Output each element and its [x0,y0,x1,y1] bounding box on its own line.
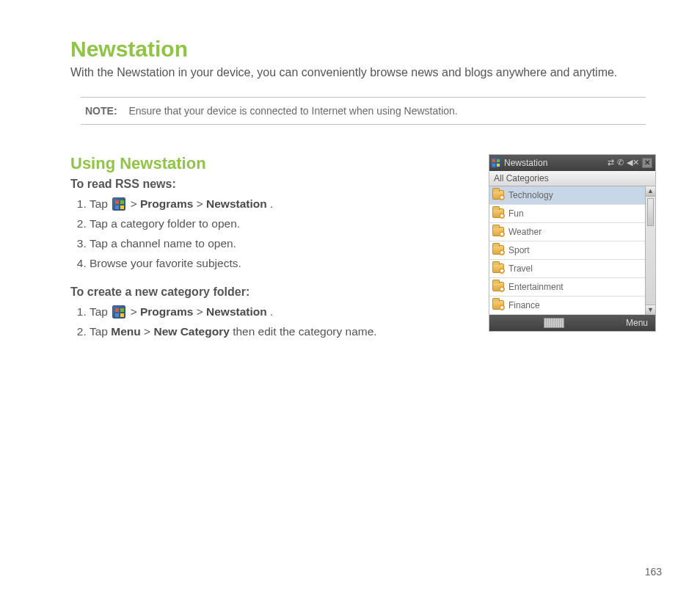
list-item[interactable]: Technology [489,186,645,205]
device-screenshot: Newstation ⇄ ✆ ◀✕ ✕ All Categories Techn… [489,154,656,332]
note-text: Ensure that your device is connected to … [128,105,457,117]
list-item-label: Finance [508,300,540,310]
start-icon [112,305,125,319]
list-item[interactable]: Entertainment [489,278,645,296]
connectivity-icon: ⇄ [608,158,614,167]
list-item[interactable]: Weather [489,223,645,241]
list-item-label: Travel [508,263,533,274]
keyboard-icon[interactable] [544,318,564,328]
folder-icon [492,300,504,310]
category-list: Technology Fun Weather Sport [489,186,645,315]
list-item-label: Weather [508,227,542,237]
step-text: > [197,197,206,210]
list-item[interactable]: Finance [489,296,645,315]
step-text: Tap [90,305,111,318]
steps-read: Tap > Programs > Newstation . Tap a cate… [70,195,471,272]
step-text: > [197,305,206,318]
start-icon[interactable] [491,158,501,168]
step: Tap a channel name to open. [90,235,471,252]
folder-icon [492,190,504,200]
scroll-thumb[interactable] [647,198,654,226]
scroll-up-icon[interactable]: ▲ [646,186,655,197]
scrollbar[interactable]: ▲ ▼ [645,186,655,315]
note-label: NOTE: [85,105,117,117]
window-title: Newstation [504,158,547,168]
home-icon: ✆ [617,158,624,167]
step-text: . [270,197,273,210]
task-create-title: To create a new category folder: [70,285,471,299]
step-text: > [144,325,153,338]
close-icon[interactable]: ✕ [642,158,652,168]
step: Tap > Programs > Newstation . [90,303,471,320]
page-number: 163 [645,566,662,578]
intro-paragraph: With the Newstation in your device, you … [70,65,656,81]
scroll-down-icon[interactable]: ▼ [646,305,655,315]
step-text: Tap [90,197,111,210]
step: Tap Menu > New Category then edit the ca… [90,323,471,340]
soft-key-bar: Menu [489,315,655,331]
folder-icon [492,282,504,291]
folder-icon [492,263,504,273]
step-text: then edit the category name. [233,325,376,338]
steps-create: Tap > Programs > Newstation . Tap Menu >… [70,303,471,341]
step: Browse your favorite subjects. [90,255,471,272]
list-item[interactable]: Fun [489,205,645,223]
status-icons: ⇄ ✆ ◀✕ ✕ [608,158,652,168]
page-title: Newstation [70,37,656,62]
list-item[interactable]: Travel [489,260,645,278]
folder-icon [492,208,504,218]
keyword: Newstation [206,305,267,318]
scroll-track[interactable] [646,197,655,305]
keyword: Programs [140,305,193,318]
list-item-label: Fun [508,208,524,219]
task-read-title: To read RSS news: [70,178,471,191]
keyword: Menu [111,325,140,338]
step-text: . [270,305,273,318]
keyword: New Category [153,325,229,338]
step-text: Tap [90,325,111,338]
folder-icon [492,227,504,236]
step: Tap > Programs > Newstation . [90,195,471,212]
list-item-label: Sport [508,245,530,255]
folder-icon [492,245,504,255]
step: Tap a category folder to open. [90,215,471,232]
category-header[interactable]: All Categories [489,171,655,186]
list-item-label: Entertainment [508,282,564,292]
note-box: NOTE: Ensure that your device is connect… [81,97,646,125]
list-item[interactable]: Sport [489,241,645,260]
step-text: > [131,197,140,210]
start-icon [112,197,125,211]
window-titlebar: Newstation ⇄ ✆ ◀✕ ✕ [489,155,655,171]
list-item-label: Technology [508,190,553,200]
step-text: > [131,305,140,318]
keyword: Newstation [206,197,267,210]
menu-button[interactable]: Menu [619,318,655,328]
section-heading: Using Newstation [70,154,471,173]
keyword: Programs [140,197,193,210]
volume-icon: ◀✕ [627,158,639,167]
